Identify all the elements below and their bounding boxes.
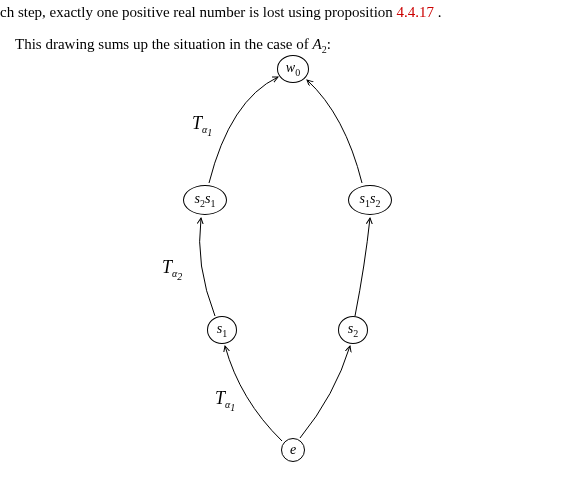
node-s2: s2 xyxy=(338,316,368,344)
node-s2s1: s2s1 xyxy=(183,185,227,215)
edge-label-mid: Tα2 xyxy=(162,257,182,282)
edge-label-bot: Tα1 xyxy=(215,388,235,413)
node-w0: w0 xyxy=(277,55,309,83)
node-s1s2: s1s2 xyxy=(348,185,392,215)
node-s1: s1 xyxy=(207,316,237,344)
node-e: e xyxy=(281,438,305,462)
edge-label-top: Tα1 xyxy=(192,113,212,138)
